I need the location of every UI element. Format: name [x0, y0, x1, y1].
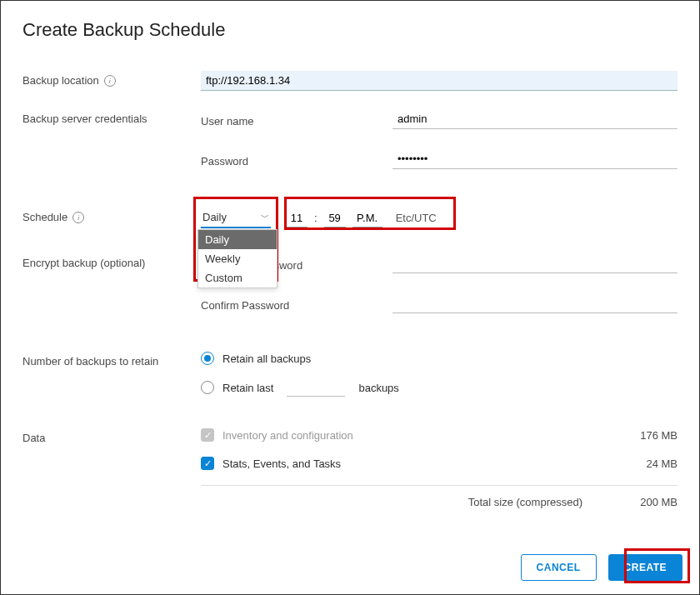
encrypt-backup-label: Encrypt backup (optional)	[22, 257, 145, 269]
retain-last-radio[interactable]	[201, 381, 214, 394]
encryption-password-input[interactable]	[392, 253, 678, 273]
dropdown-menu: Daily Weekly Custom	[198, 229, 278, 288]
dropdown-option-custom[interactable]: Custom	[198, 268, 277, 288]
info-icon[interactable]: i	[104, 75, 116, 87]
cancel-button[interactable]: CANCEL	[521, 554, 597, 581]
data-item-size: 24 MB	[624, 458, 678, 470]
credentials-label: Backup server credentials	[22, 112, 148, 125]
total-size-value: 200 MB	[624, 496, 678, 508]
chevron-down-icon: ﹀	[261, 212, 269, 223]
password-label: Password	[201, 152, 392, 168]
ampm-input[interactable]	[352, 209, 382, 228]
schedule-frequency-dropdown[interactable]: Daily ﹀	[201, 208, 271, 228]
backup-location-label: Backup location	[22, 74, 99, 87]
info-icon[interactable]: i	[72, 212, 84, 223]
inventory-checkbox: ✓	[201, 428, 214, 442]
dropdown-option-daily[interactable]: Daily	[198, 230, 277, 249]
retain-last-prefix: Retain last	[222, 382, 273, 394]
backup-location-input[interactable]	[201, 71, 678, 91]
retain-all-label: Retain all backups	[222, 352, 311, 365]
dropdown-option-weekly[interactable]: Weekly	[198, 249, 277, 268]
username-label: User name	[201, 112, 392, 128]
dropdown-selected: Daily	[202, 211, 227, 223]
retain-last-count-input[interactable]	[287, 378, 345, 397]
confirm-password-input[interactable]	[392, 293, 678, 313]
data-item-label: Stats, Events, and Tasks	[222, 458, 341, 470]
timezone-label: Etc/UTC	[396, 212, 437, 224]
minute-input[interactable]	[324, 209, 346, 228]
data-item-size: 176 MB	[624, 429, 678, 442]
hour-input[interactable]	[286, 209, 308, 228]
create-button[interactable]: CREATE	[608, 554, 682, 581]
username-input[interactable]	[392, 109, 678, 129]
data-item-label: Inventory and configuration	[222, 429, 353, 442]
retain-label: Number of backups to retain	[22, 355, 158, 368]
data-section-label: Data	[22, 432, 45, 444]
schedule-label: Schedule	[22, 211, 68, 223]
password-input[interactable]	[392, 149, 678, 169]
retain-all-radio[interactable]	[201, 352, 214, 365]
retain-last-suffix: backups	[358, 382, 398, 394]
page-title: Create Backup Schedule	[22, 19, 678, 41]
confirm-password-label: Confirm Password	[201, 296, 392, 312]
stats-checkbox[interactable]: ✓	[201, 457, 214, 470]
time-colon: :	[314, 212, 318, 224]
total-size-label: Total size (compressed)	[468, 496, 582, 508]
